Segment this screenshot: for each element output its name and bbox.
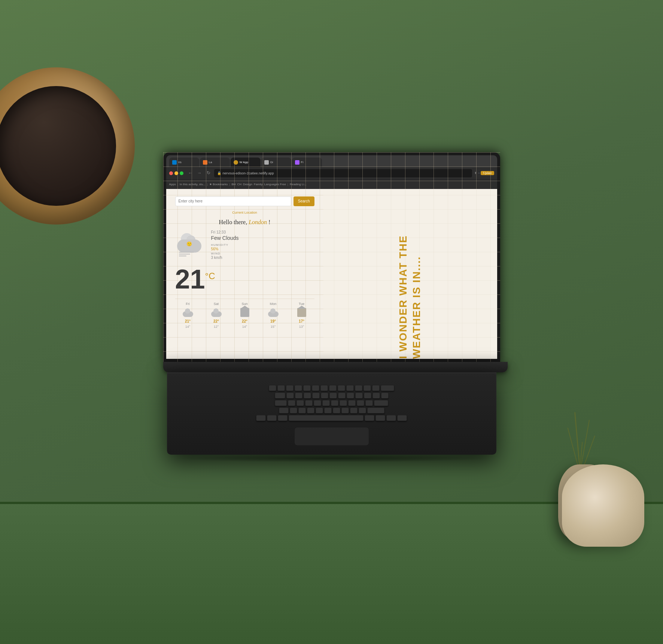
key: [303, 385, 311, 391]
forecast-row: Fri 21° 14° Sat: [175, 299, 314, 329]
cloud-line: [179, 256, 186, 256]
key: [324, 408, 332, 413]
laptop: Vs La W App Gi: [163, 152, 500, 462]
key: [386, 415, 396, 421]
current-location-label: Current Location: [175, 211, 314, 214]
weather-icon-cloud: 🙂: [175, 230, 205, 256]
temp-unit: °C: [205, 271, 215, 281]
mini-cloud-fri: [183, 311, 193, 317]
wind-value: 3 km/h: [211, 256, 239, 260]
city-input[interactable]: [175, 196, 291, 206]
key: [286, 385, 294, 391]
tagline-panel: I wonder what the weather is in....: [323, 189, 497, 359]
cloud-face: 🙂: [186, 241, 192, 247]
mini-building-tue: [297, 308, 306, 317]
screen-bezel: Vs La W App Gi: [166, 155, 497, 359]
key: [329, 385, 337, 391]
key: [295, 385, 302, 391]
city-name: London: [249, 219, 267, 225]
key: [357, 400, 364, 406]
spacebar-key: [289, 415, 364, 421]
webpage: Search Current Location Hello there, Lon…: [166, 189, 497, 359]
key: [372, 393, 380, 399]
key-row-3: [256, 400, 407, 406]
greeting: Hello there, London !: [175, 219, 314, 226]
mini-cloud-mon: [268, 311, 279, 317]
weather-main-row: 🙂 Fri 12:33: [175, 230, 314, 260]
weather-panel: Search Current Location Hello there, Lon…: [166, 189, 323, 359]
key: [374, 400, 388, 406]
cloud-body: 🙂: [177, 239, 201, 253]
key: [275, 400, 287, 406]
humidity-label: HUMIDITY: [211, 243, 239, 247]
day-tue: Tue: [299, 302, 304, 306]
wind-label: WIND: [211, 252, 239, 255]
forecast-day-tue: Tue 17° 13°: [289, 302, 314, 329]
laptop-base: [163, 362, 508, 372]
key: [397, 415, 407, 421]
high-sun: 22°: [242, 319, 247, 323]
low-fri: 14°: [185, 325, 191, 329]
key: [365, 415, 374, 421]
day-mon: Mon: [270, 302, 277, 306]
key: [304, 393, 311, 399]
day-fri: Fri: [186, 302, 190, 306]
cloud-lines: [179, 252, 194, 256]
forecast-icon-fri: [182, 307, 194, 318]
datetime: Fri 12:33: [211, 230, 239, 234]
key: [359, 408, 366, 413]
low-sun: 14°: [242, 325, 247, 329]
trackpad[interactable]: [294, 427, 369, 446]
high-fri: 21°: [185, 319, 191, 323]
key: [321, 393, 328, 399]
key: [275, 393, 285, 399]
cloud-line: [179, 252, 194, 253]
key-row-4: [256, 408, 407, 413]
key: [365, 400, 373, 406]
key: [316, 408, 323, 413]
key: [329, 393, 337, 399]
forecast-icon-sat: [210, 307, 222, 318]
tagline-text: I wonder what the weather is in....: [396, 189, 424, 359]
key: [341, 408, 349, 413]
key: [348, 400, 356, 406]
key: [295, 393, 302, 399]
keyboard-area: [167, 372, 496, 455]
key: [256, 415, 266, 421]
day-sat: Sat: [214, 302, 219, 306]
forecast-day-sun: Sun 22° 14°: [232, 302, 258, 329]
key: [288, 400, 295, 406]
high-mon: 19°: [270, 319, 276, 323]
key: [355, 385, 362, 391]
high-tue: 17°: [299, 319, 304, 323]
key: [364, 393, 371, 399]
key: [381, 385, 394, 391]
key: [305, 400, 313, 406]
cloud-line: [179, 254, 190, 254]
key: [340, 400, 347, 406]
forecast-day-sat: Sat 22° 12°: [204, 302, 229, 329]
low-mon: 15°: [271, 325, 276, 329]
wind-row: WIND 3 km/h: [211, 252, 239, 260]
mini-building-sun: [240, 308, 249, 317]
keyboard-rows: [249, 381, 414, 425]
forecast-icon-tue: [296, 307, 308, 318]
key: [314, 400, 321, 406]
low-sat: 12°: [214, 325, 219, 329]
key: [298, 408, 306, 413]
temperature-value: 21: [175, 264, 205, 294]
search-button[interactable]: Search: [294, 196, 314, 206]
key: [278, 415, 288, 421]
key: [364, 385, 371, 391]
key: [312, 393, 320, 399]
forecast-icon-sun: [239, 307, 251, 318]
low-tue: 13°: [299, 325, 304, 329]
key: [307, 408, 314, 413]
key: [372, 385, 380, 391]
humidity-value: 56%: [211, 247, 239, 251]
key: [267, 415, 277, 421]
key: [286, 393, 294, 399]
key: [381, 393, 389, 399]
temperature-display: 21°C: [175, 264, 314, 294]
forecast-icon-mon: [267, 307, 279, 318]
